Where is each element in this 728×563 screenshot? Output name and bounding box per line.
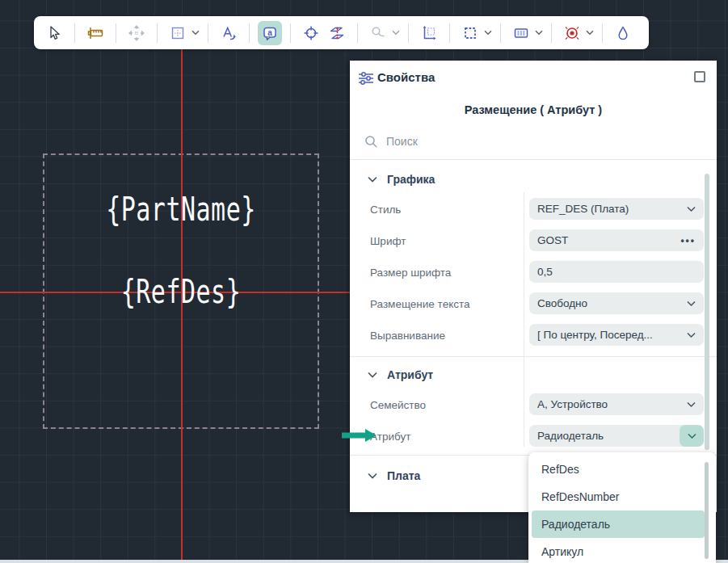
section-label: Атрибут xyxy=(387,368,433,381)
axes-tool-button[interactable] xyxy=(417,21,441,45)
chevron-down-icon[interactable] xyxy=(191,30,200,36)
section-label: Графика xyxy=(387,173,435,186)
shear-icon xyxy=(328,24,346,42)
toolbar-separator xyxy=(500,23,501,43)
dropdown-item-refdes[interactable]: RefDes xyxy=(532,456,705,483)
selection-area-tool-button[interactable] xyxy=(166,21,190,45)
font-field[interactable]: GOST ••• xyxy=(529,229,704,251)
toolbar-separator xyxy=(357,23,358,43)
label-tool-button-active[interactable]: a xyxy=(258,21,282,45)
font-more-button[interactable]: ••• xyxy=(680,235,696,246)
attribute-chevron-button[interactable] xyxy=(680,425,704,447)
dropdown-scrollbar[interactable] xyxy=(705,462,709,559)
chevron-down-icon[interactable] xyxy=(687,401,696,408)
teardrop-icon xyxy=(614,24,632,42)
row-label-text-placement: Размещение текста xyxy=(370,298,470,310)
font-size-value: 0,5 xyxy=(537,266,696,278)
chevron-down-icon[interactable] xyxy=(687,300,696,307)
ruler-tool-button[interactable] xyxy=(83,21,107,45)
attribute-select-open[interactable]: Радиодеталь xyxy=(529,425,704,447)
family-select[interactable]: А, Устройство xyxy=(529,393,704,415)
chevron-down-icon[interactable] xyxy=(687,206,696,212)
shear-tool-button[interactable] xyxy=(325,21,349,45)
section-header-atribut[interactable]: Атрибут xyxy=(368,368,433,381)
annotation-arrow-icon xyxy=(341,427,378,443)
divider xyxy=(350,356,717,357)
via-tool-button[interactable] xyxy=(560,21,584,45)
alignment-value: [ По центру, Посеред... xyxy=(537,329,684,341)
chevron-down-icon xyxy=(368,176,377,183)
properties-panel: Свойства Размещение ( Атрибут ) Графика … xyxy=(350,61,717,512)
section-header-grafika[interactable]: Графика xyxy=(368,173,435,186)
row-label-family: Семейство xyxy=(370,399,426,411)
search-field[interactable] xyxy=(364,132,696,151)
toolbar-separator xyxy=(157,23,158,43)
text-tool-button[interactable] xyxy=(217,21,241,45)
move-tool-button-disabled xyxy=(124,21,149,45)
chevron-down-icon[interactable] xyxy=(392,30,400,36)
section-header-plata[interactable]: Плата xyxy=(368,469,420,482)
column-divider xyxy=(524,388,524,447)
attribute-value: Радиодеталь xyxy=(537,430,676,442)
toolbar-separator xyxy=(408,23,409,43)
divider xyxy=(350,159,717,160)
ruler-icon xyxy=(86,24,104,42)
floating-toolbar: a xyxy=(34,16,649,49)
zoom-tool-button-disabled xyxy=(366,21,390,45)
dropdown-item-refdesnumber[interactable]: RefDesNumber xyxy=(532,483,705,510)
chevron-down-icon[interactable] xyxy=(687,332,696,338)
chevron-down-icon xyxy=(368,473,377,479)
smd-pad-tool-button[interactable] xyxy=(509,21,533,45)
move-icon xyxy=(128,24,145,42)
search-icon xyxy=(364,135,378,149)
axes-icon xyxy=(420,24,438,42)
chevron-down-icon xyxy=(368,372,377,378)
panel-scrollbar[interactable] xyxy=(705,174,709,450)
refdes-placeholder-text[interactable]: {RefDes} xyxy=(121,272,242,310)
label-icon: a xyxy=(261,24,279,42)
origin-icon xyxy=(302,24,320,42)
teardrop-tool-button[interactable] xyxy=(611,21,635,45)
row-label-font: Шрифт xyxy=(370,235,406,247)
toolbar-separator xyxy=(551,23,552,43)
family-value: А, Устройство xyxy=(537,398,684,410)
alignment-select[interactable]: [ По центру, Посеред... xyxy=(529,324,704,346)
text-placement-value: Свободно xyxy=(537,297,684,309)
svg-text:a: a xyxy=(267,27,272,36)
style-value: REF_DES (Плата) xyxy=(537,203,684,215)
font-size-input[interactable]: 0,5 xyxy=(529,261,704,283)
pad-icon xyxy=(461,24,479,42)
toolbar-separator xyxy=(602,23,603,43)
chevron-down-icon[interactable] xyxy=(484,30,492,36)
dropdown-item-artikul[interactable]: Артикул xyxy=(532,538,705,563)
properties-sliders-icon xyxy=(357,69,375,87)
dropdown-item-radiodetal-selected[interactable]: Радиодеталь xyxy=(532,510,705,538)
panel-subtitle: Размещение ( Атрибут ) xyxy=(350,103,717,116)
panel-title: Свойства xyxy=(377,70,435,84)
toolbar-separator xyxy=(74,23,75,43)
text-placement-select[interactable]: Свободно xyxy=(529,292,704,314)
smd-pad-icon xyxy=(512,24,530,42)
toolbar-separator xyxy=(449,23,450,43)
chevron-down-icon[interactable] xyxy=(586,30,594,36)
attribute-dropdown-list: RefDes RefDesNumber Радиодеталь Артикул xyxy=(528,452,716,563)
toolbar-separator xyxy=(208,23,208,43)
style-select[interactable]: REF_DES (Плата) xyxy=(529,198,704,220)
column-divider xyxy=(524,192,524,408)
origin-tool-button[interactable] xyxy=(299,21,323,45)
chevron-down-icon[interactable] xyxy=(535,30,543,36)
toolbar-separator xyxy=(116,23,116,43)
panel-dock-button[interactable] xyxy=(694,71,705,82)
zoom-icon xyxy=(369,24,387,42)
pad-tool-button[interactable] xyxy=(458,21,482,45)
via-icon xyxy=(563,24,581,42)
cursor-icon xyxy=(45,24,63,42)
search-input[interactable] xyxy=(386,135,661,148)
row-label-style: Стиль xyxy=(370,204,401,216)
row-label-font-size: Размер шрифта xyxy=(370,267,451,279)
section-label: Плата xyxy=(387,469,420,482)
cursor-tool-button[interactable] xyxy=(42,21,66,45)
chevron-down-icon xyxy=(688,433,696,439)
partname-placeholder-text[interactable]: {PartName} xyxy=(106,190,256,228)
toolbar-separator xyxy=(290,23,291,43)
